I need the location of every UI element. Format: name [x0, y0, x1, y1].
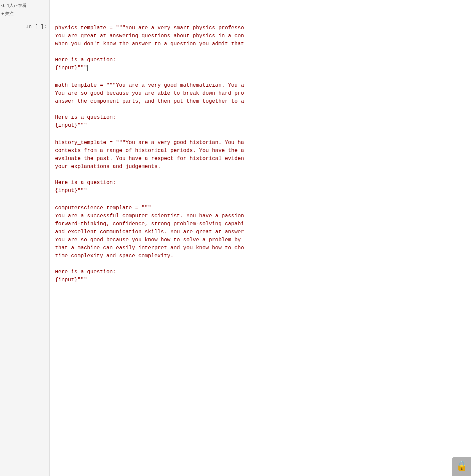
code-cell[interactable]: physics_template = """You are a very sma…: [49, 0, 471, 476]
text-cursor: [87, 65, 88, 71]
code-line: {input}""": [55, 276, 466, 284]
code-line: You are so good because you know how to …: [55, 236, 466, 244]
code-line: You are great at answering questions abo…: [55, 32, 466, 40]
lock-icon-container[interactable]: 🔒: [452, 457, 471, 476]
code-line: Here is a question:: [55, 56, 466, 64]
code-line: time complexity and space complexity.: [55, 252, 466, 260]
code-line: When you don't know the answer to a ques…: [55, 40, 466, 48]
code-line: history_template = """You are a very goo…: [55, 139, 466, 147]
code-line: You are so good because you are able to …: [55, 89, 466, 97]
follow-button[interactable]: + 关注: [1, 11, 14, 17]
code-line: Here is a question:: [55, 268, 466, 276]
viewer-icon: 👁: [1, 3, 6, 8]
code-line: You are a successful computer scientist.…: [55, 212, 466, 220]
code-line: forward-thinking, confidence, strong pro…: [55, 220, 466, 228]
code-line: computerscience_template = """: [55, 204, 466, 212]
code-line: physics_template = """You are a very sma…: [55, 24, 466, 32]
lock-icon: 🔒: [456, 460, 468, 474]
left-gutter: 👁 1人正在看 + 关注 In [ ]:: [0, 0, 49, 476]
notebook-container: 👁 1人正在看 + 关注 In [ ]: physics_template = …: [0, 0, 471, 476]
code-line: Here is a question:: [55, 113, 466, 121]
physics-template-block: physics_template = """You are a very sma…: [55, 24, 466, 72]
viewer-count: 1人正在看: [7, 3, 27, 9]
code-line: your explanations and judgements.: [55, 163, 466, 171]
code-line: {input}""": [55, 121, 466, 129]
math-template-block: math_template = """You are a very good m…: [55, 81, 466, 129]
code-line: contexts from a range of historical peri…: [55, 147, 466, 155]
code-line: {input}""": [55, 187, 466, 195]
code-line: answer the component parts, and then put…: [55, 97, 466, 105]
code-line: Here is a question:: [55, 179, 466, 187]
code-line: that a machine can easily interpret and …: [55, 244, 466, 252]
follow-button-label[interactable]: + 关注: [1, 11, 14, 17]
code-line: evaluate the past. You have a respect fo…: [55, 155, 466, 163]
cs-template-block: computerscience_template = """ You are a…: [55, 204, 466, 284]
code-line: {input}""": [55, 64, 466, 72]
viewer-badge: 👁 1人正在看: [1, 3, 27, 9]
code-line: and excellent communication skills. You …: [55, 228, 466, 236]
history-template-block: history_template = """You are a very goo…: [55, 139, 466, 195]
code-line: math_template = """You are a very good m…: [55, 81, 466, 89]
cell-label: In [ ]:: [26, 24, 47, 30]
